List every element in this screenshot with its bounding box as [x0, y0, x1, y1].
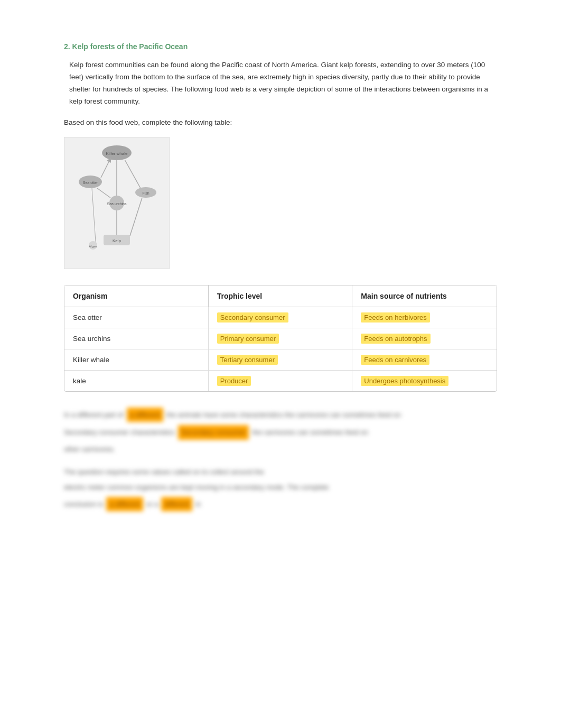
trophic-sea-urchins: Primary consumer [209, 328, 353, 349]
table-row: kale Producer Undergoes photosynthesis [64, 371, 497, 391]
header-trophic: Trophic level [209, 285, 353, 307]
organism-killer-whale: Killer whale [64, 349, 209, 370]
blurred-text-1: In a different part of a different the a… [64, 408, 497, 455]
blurred-section-1: In a different part of a different the a… [64, 408, 497, 455]
svg-text:Fish: Fish [142, 191, 149, 195]
svg-text:Kelp: Kelp [113, 238, 121, 243]
table-row: Sea otter Secondary consumer Feeds on he… [64, 307, 497, 328]
nutrients-highlight-killer-whale: Feeds on carnivores [361, 355, 429, 365]
page-container: 2. Kelp forests of the Pacific Ocean Kel… [43, 11, 518, 532]
organism-sea-urchins: Sea urchins [64, 328, 209, 349]
svg-line-14 [125, 160, 141, 188]
nutrients-highlight-kale: Undergoes photosynthesis [361, 376, 448, 386]
blurred-line-1: In a different part of a different the a… [64, 408, 497, 422]
table-row: Sea urchins Primary consumer Feeds on au… [64, 328, 497, 349]
organism-sea-otter: Sea otter [64, 307, 209, 328]
nutrients-highlight-sea-urchins: Feeds on autotrophs [361, 334, 430, 344]
blurred-text-block-2: The question requires some values called… [64, 466, 497, 511]
svg-line-18 [92, 188, 96, 242]
trophic-highlight-sea-urchins: Primary consumer [217, 334, 279, 344]
nutrients-kale: Undergoes photosynthesis [352, 371, 497, 391]
organism-kale: kale [64, 371, 209, 391]
blurred-highlight-3: a different [106, 497, 143, 511]
trophic-highlight-killer-whale: Tertiary consumer [217, 355, 278, 365]
trophic-kale: Producer [209, 371, 353, 391]
data-table: Organism Trophic level Main source of nu… [64, 285, 497, 392]
food-web-diagram: Killer whale Sea otter Sea urchins Kelp [64, 137, 170, 269]
trophic-sea-otter: Secondary consumer [209, 307, 353, 328]
blurred-line-3: other carnivores. [64, 443, 497, 455]
svg-line-15 [130, 198, 142, 236]
blurred-highlight-1: a different [127, 408, 164, 422]
blurred-text-suffix-2: the carnivores can sometimes feed on [252, 426, 368, 438]
header-organism: Organism [64, 285, 209, 307]
blurred-text-7: or a [146, 498, 158, 510]
blurred-text-6: conclusion is [64, 498, 103, 510]
svg-line-7 [97, 188, 110, 198]
svg-line-4 [101, 160, 110, 178]
trophic-highlight-kale: Producer [217, 376, 251, 386]
trophic-killer-whale: Tertiary consumer [209, 349, 353, 370]
nutrients-killer-whale: Feeds on carnivores [352, 349, 497, 370]
blurred-text-suffix-1: the animals have some characteristics th… [166, 409, 401, 421]
blurred-text-4: The question requires some values called… [64, 466, 264, 478]
blurred-section-2: The question requires some values called… [64, 466, 497, 511]
nutrients-sea-otter: Feeds on herbivores [352, 307, 497, 328]
nutrients-highlight-sea-otter: Feeds on herbivores [361, 312, 430, 322]
food-web-svg: Killer whale Sea otter Sea urchins Kelp [67, 140, 167, 266]
svg-text:Algae: Algae [89, 245, 97, 248]
nutrients-sea-urchins: Feeds on autotrophs [352, 328, 497, 349]
trophic-highlight-sea-otter: Secondary consumer [217, 312, 288, 322]
blurred-text-prefix-1: In a different part of [64, 409, 124, 421]
table-row: Killer whale Tertiary consumer Feeds on … [64, 349, 497, 371]
svg-text:Killer whale: Killer whale [106, 151, 128, 156]
svg-text:Sea otter: Sea otter [83, 181, 98, 185]
section-title: 2. Kelp forests of the Pacific Ocean [64, 42, 497, 51]
table-header-row: Organism Trophic level Main source of nu… [64, 285, 497, 307]
svg-text:Sea urchins: Sea urchins [107, 202, 127, 206]
description-text: Kelp forest communities can be found alo… [64, 59, 497, 108]
blurred-line-4: The question requires some values called… [64, 466, 497, 478]
header-nutrients: Main source of nutrients [352, 285, 497, 307]
blurred-text-5: electric meter common organisms are kept… [64, 481, 329, 493]
blurred-line-6: conclusion is a different or a different… [64, 497, 497, 511]
blurred-text-8: in [195, 498, 201, 510]
blurred-line-2: Secondary consumer characteristics Secon… [64, 425, 497, 439]
blurred-text-3: other carnivores. [64, 443, 115, 455]
question-text: Based on this food web, complete the fol… [64, 118, 497, 126]
blurred-highlight-4: different [161, 497, 192, 511]
blurred-text-2: Secondary consumer characteristics [64, 426, 175, 438]
blurred-line-5: electric meter common organisms are kept… [64, 481, 497, 493]
blurred-highlight-2: Secondary consumer [178, 425, 249, 439]
